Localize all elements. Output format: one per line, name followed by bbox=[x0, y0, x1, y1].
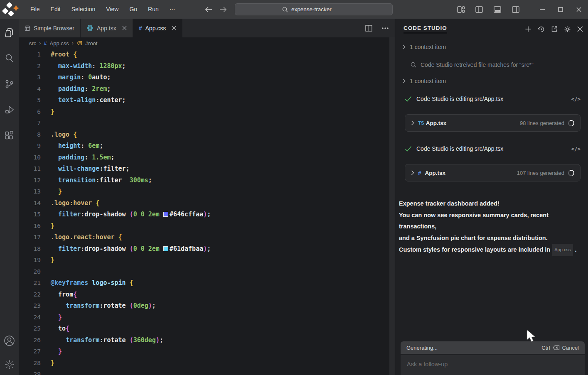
close-tab-icon[interactable] bbox=[122, 26, 127, 30]
toggle-panel-icon[interactable] bbox=[494, 6, 501, 13]
line-number[interactable]: 6 bbox=[19, 106, 41, 118]
line-number[interactable]: 28 bbox=[19, 358, 41, 369]
line-number[interactable]: 4 bbox=[19, 83, 41, 95]
code-line[interactable]: 18 filter:drop-shadow (0 0 2em #61dafbaa… bbox=[19, 243, 389, 255]
menu-item-selection[interactable]: Selection bbox=[66, 0, 101, 19]
settings-gear-icon[interactable] bbox=[4, 359, 15, 370]
close-panel-icon[interactable] bbox=[577, 26, 583, 32]
line-number[interactable]: 5 bbox=[19, 95, 41, 106]
color-swatch-icon[interactable] bbox=[163, 246, 168, 251]
code-line[interactable]: 7 bbox=[19, 118, 389, 129]
code-line[interactable]: 15 filter:drop-shadow (0 0 2em #646cffaa… bbox=[19, 209, 389, 221]
line-number[interactable]: 19 bbox=[19, 255, 41, 266]
tab-app-css[interactable]: # App.css bbox=[133, 19, 183, 37]
menu-item-[interactable]: ⋯ bbox=[164, 0, 181, 19]
chevron-right-icon[interactable] bbox=[411, 170, 414, 175]
chevron-right-icon[interactable] bbox=[411, 120, 414, 125]
editor-scrollbar[interactable] bbox=[389, 37, 395, 375]
code-line[interactable]: 27 } bbox=[19, 346, 389, 358]
line-number[interactable]: 11 bbox=[19, 163, 41, 175]
close-tab-icon[interactable] bbox=[172, 26, 176, 30]
code-line[interactable]: 3 margin: 0auto; bbox=[19, 72, 389, 83]
close-window-button[interactable] bbox=[570, 0, 588, 19]
menu-item-view[interactable]: View bbox=[101, 0, 124, 19]
code-line[interactable]: 19} bbox=[19, 255, 389, 266]
line-number[interactable]: 24 bbox=[19, 312, 41, 324]
generated-file-card[interactable]: TS App.tsx 98 lines generated bbox=[405, 114, 581, 132]
line-number[interactable]: 16 bbox=[19, 221, 41, 232]
more-actions-icon[interactable] bbox=[381, 27, 389, 29]
line-number[interactable]: 20 bbox=[19, 266, 41, 278]
code-editor[interactable]: 1#root {2 max-width: 1280px;3 margin: 0a… bbox=[19, 49, 389, 375]
code-line[interactable]: 4 padding: 2rem; bbox=[19, 83, 389, 95]
run-debug-icon[interactable] bbox=[4, 105, 15, 115]
breadcrumb-file[interactable]: App.css bbox=[50, 40, 69, 47]
tab-app-tsx[interactable]: App.tsx bbox=[81, 19, 133, 37]
menu-item-run[interactable]: Run bbox=[143, 0, 164, 19]
maximize-button[interactable] bbox=[551, 0, 570, 19]
line-number[interactable]: 26 bbox=[19, 335, 41, 346]
context-row-bottom[interactable]: 1 context item bbox=[395, 76, 588, 86]
menu-item-file[interactable]: File bbox=[25, 0, 45, 19]
color-swatch-icon[interactable] bbox=[163, 212, 168, 217]
context-row-top[interactable]: 1 context item bbox=[395, 42, 588, 51]
line-number[interactable]: 10 bbox=[19, 152, 41, 164]
menu-item-go[interactable]: Go bbox=[124, 0, 143, 19]
cancel-shortcut[interactable]: Ctrl Cancel bbox=[541, 345, 579, 351]
toggle-secondary-sidebar-icon[interactable] bbox=[512, 6, 519, 13]
toggle-primary-sidebar-icon[interactable] bbox=[475, 6, 483, 13]
code-line[interactable]: 22 from{ bbox=[19, 289, 389, 301]
code-line[interactable]: 26 transform:rotate (360deg); bbox=[19, 335, 389, 346]
code-line[interactable]: 11 will-change:filter; bbox=[19, 163, 389, 175]
line-number[interactable]: 1 bbox=[19, 49, 41, 61]
code-line[interactable]: 17.logo.react:hover { bbox=[19, 232, 389, 243]
code-line[interactable]: 8.logo { bbox=[19, 129, 389, 141]
menu-item-edit[interactable]: Edit bbox=[45, 0, 66, 19]
forward-arrow-icon[interactable] bbox=[219, 6, 227, 13]
new-chat-icon[interactable] bbox=[525, 26, 531, 32]
code-line[interactable]: 12 transition:filter 300ms; bbox=[19, 175, 389, 186]
file-chip[interactable]: App.css bbox=[552, 244, 573, 256]
line-number[interactable]: 7 bbox=[19, 118, 41, 129]
code-line[interactable]: 10 padding: 1.5em; bbox=[19, 152, 389, 164]
code-line[interactable]: 1#root { bbox=[19, 49, 389, 61]
line-number[interactable]: 25 bbox=[19, 323, 41, 335]
line-number[interactable]: 27 bbox=[19, 346, 41, 358]
code-line[interactable]: 6} bbox=[19, 106, 389, 118]
line-number[interactable]: 23 bbox=[19, 300, 41, 312]
line-number[interactable]: 2 bbox=[19, 61, 41, 72]
code-line[interactable]: 2 max-width: 1280px; bbox=[19, 61, 389, 72]
breadcrumb-folder[interactable]: src bbox=[29, 40, 36, 47]
search-input[interactable] bbox=[291, 6, 345, 12]
breadcrumb-symbol[interactable]: #root bbox=[85, 40, 98, 47]
line-number[interactable]: 9 bbox=[19, 140, 41, 152]
line-number[interactable]: 12 bbox=[19, 175, 41, 186]
code-line[interactable]: 14.logo:hover { bbox=[19, 198, 389, 209]
explorer-icon[interactable] bbox=[4, 27, 15, 38]
code-line[interactable]: 25 to{ bbox=[19, 323, 389, 335]
code-line[interactable]: 28} bbox=[19, 358, 389, 369]
code-line[interactable]: 5 text-align:center; bbox=[19, 95, 389, 106]
code-line[interactable]: 16} bbox=[19, 221, 389, 232]
command-search-box[interactable] bbox=[235, 3, 393, 15]
open-in-editor-icon[interactable] bbox=[551, 26, 558, 32]
line-number[interactable]: 29 bbox=[19, 369, 41, 375]
line-number[interactable]: 15 bbox=[19, 209, 41, 221]
line-number[interactable]: 21 bbox=[19, 277, 41, 289]
history-icon[interactable] bbox=[538, 26, 545, 33]
line-number[interactable]: 3 bbox=[19, 72, 41, 83]
customize-layout-icon[interactable] bbox=[457, 6, 465, 13]
generated-file-card[interactable]: # App.tsx 107 lines generated bbox=[405, 164, 581, 181]
account-icon[interactable] bbox=[4, 335, 15, 346]
followup-input-box[interactable] bbox=[401, 355, 585, 375]
line-number[interactable]: 14 bbox=[19, 198, 41, 209]
code-line[interactable]: 9 height: 6em; bbox=[19, 140, 389, 152]
code-line[interactable]: 20 bbox=[19, 266, 389, 278]
tab-simple-browser[interactable]: Simple Browser bbox=[19, 19, 81, 37]
minimize-button[interactable] bbox=[533, 0, 551, 19]
back-arrow-icon[interactable] bbox=[204, 6, 213, 13]
extensions-icon[interactable] bbox=[4, 130, 15, 141]
line-number[interactable]: 13 bbox=[19, 186, 41, 198]
code-line[interactable]: 29 bbox=[19, 369, 389, 375]
line-number[interactable]: 22 bbox=[19, 289, 41, 301]
